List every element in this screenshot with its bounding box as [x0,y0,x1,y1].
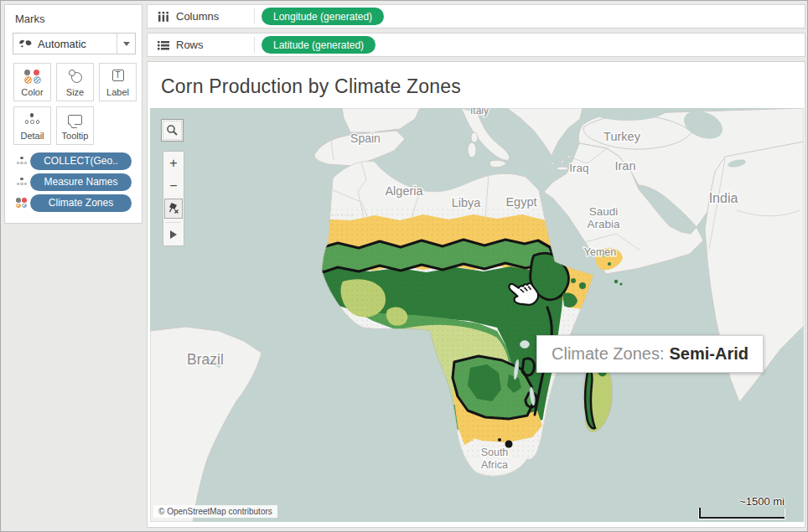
tooltip-bubble-icon [68,115,82,125]
tableau-workspace: Marks Automatic Color Size T Label Detai… [0,0,808,532]
color-dots-icon [16,198,28,208]
map-label-africa: Africa [481,459,508,471]
size-circles-icon [68,70,83,83]
world-map-icon [18,39,33,49]
rows-shelf[interactable]: Rows Latitude (generated) [147,33,805,57]
tooltip-button[interactable]: Tooltip [56,106,94,145]
detail-button[interactable]: Detail [13,106,51,145]
map-tooltip: Climate Zones:Semi-Arid [536,335,764,373]
divider [166,222,181,223]
shelf-divider [254,37,255,53]
detail-dots-icon [17,157,28,166]
pin-clear-button[interactable] [163,197,184,220]
pill-latitude[interactable]: Latitude (generated) [262,36,376,54]
size-button-label: Size [66,87,84,97]
rows-icon [157,40,170,50]
map-label-arabia: Arabia [587,218,620,230]
zoom-out-button[interactable]: − [163,174,184,197]
map-label-yemen: Yemen [584,246,617,258]
tooltip-field-label: Climate Zones: [552,344,665,363]
map-scale-line [699,508,785,519]
map-label-libya: Libya [452,196,482,209]
columns-icon [157,12,170,22]
pill-row: COLLECT(Geo.. [13,152,132,170]
color-button[interactable]: Color [13,63,51,101]
map-label-algeria: Algeria [385,184,423,198]
map-label-iran: Iran [615,159,636,173]
color-button-label: Color [21,87,43,97]
map-attribution[interactable]: © OpenStreetMap contributors [153,505,277,518]
label-button[interactable]: T Label [99,63,137,101]
marks-panel: Marks Automatic Color Size T Label Detai… [4,4,142,224]
tooltip-field-value: Semi-Arid [670,344,748,363]
mark-type-value: Automatic [38,38,117,50]
map-label-turkey: Turkey [603,130,641,143]
detail-dots-icon [25,113,40,126]
map-label-saudi: Saudi [589,205,619,218]
map-controls-expand-button[interactable] [163,225,184,244]
detail-dots-icon [17,178,28,187]
worksheet-view: Corn Production by Climate Zones [147,61,805,528]
map-zoom-controls: + − [163,151,184,246]
size-button[interactable]: Size [56,63,94,101]
rows-shelf-label: Rows [176,39,204,51]
map-label-brazil: Brazil [187,351,224,368]
pin-x-icon [164,199,183,219]
columns-shelf[interactable]: Columns Longitude (generated) [147,4,805,28]
pill-measure-names[interactable]: Measure Names [30,173,132,191]
map-scale-label: ~1500 mi [699,495,786,508]
label-t-icon: T [112,70,124,81]
play-arrow-icon [170,230,177,239]
pill-row: Measure Names [13,173,132,191]
pill-longitude[interactable]: Longitude (generated) [262,8,384,25]
detail-button-label: Detail [20,131,44,141]
mark-type-dropdown[interactable]: Automatic [13,33,136,54]
dropdown-caret-box [117,34,135,54]
shelf-divider [254,8,255,24]
map-label-india: India [709,191,738,205]
color-dots-icon [24,70,40,82]
map-scale: ~1500 mi [699,495,786,519]
pill-collect-geo[interactable]: COLLECT(Geo.. [30,152,132,170]
pill-climate-zones[interactable]: Climate Zones [30,194,132,212]
map-label-italy: Italy [470,108,489,116]
label-button-label: Label [106,87,129,97]
zoom-in-button[interactable]: + [163,152,184,174]
sheet-title: Corn Production by Climate Zones [161,75,461,98]
map-label-iraq: Iraq [569,162,588,174]
marks-panel-title: Marks [15,13,44,25]
map-label-south: South [481,447,509,458]
map-label-egypt: Egypt [505,195,536,209]
map-label-spain: Spain [350,132,381,145]
chevron-down-icon [123,42,130,46]
columns-shelf-label: Columns [176,10,219,23]
map-svg: Italy Spain Turkey Iraq Iran Algeria Lib… [150,108,804,522]
map-search-button[interactable] [161,119,184,142]
magnifier-icon [166,124,179,137]
tooltip-button-label: Tooltip [62,131,89,141]
pill-row: Climate Zones [13,194,132,212]
map-canvas[interactable]: Italy Spain Turkey Iraq Iran Algeria Lib… [150,108,804,522]
